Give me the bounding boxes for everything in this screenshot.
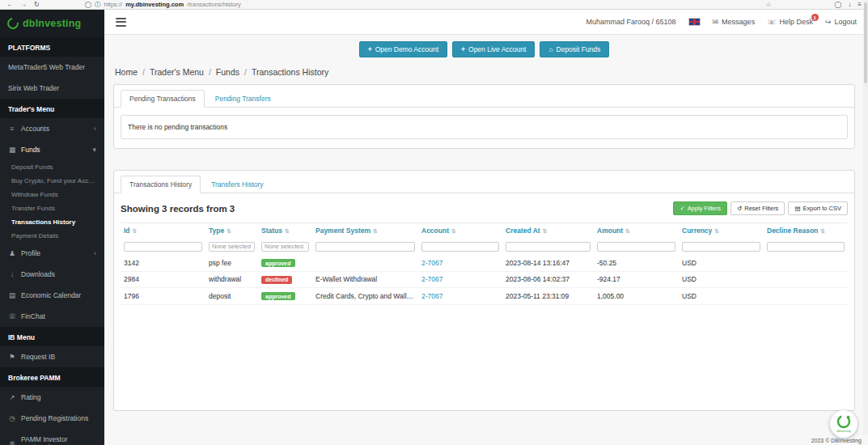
table-row: 3142 psp fee approved 2-7067 2023-08-14 …	[121, 255, 848, 271]
sort-icon: ⇅	[543, 228, 548, 234]
sidebar-item-withdraw-funds[interactable]: Withdraw Funds	[0, 188, 104, 201]
sidebar-item-economic-calendar[interactable]: ▤ Economic Calendar	[0, 285, 104, 306]
account-link[interactable]: 2-7067	[421, 275, 442, 283]
column-header-currency[interactable]: Currency⇅	[679, 223, 764, 239]
column-header-status[interactable]: Status⇅	[258, 223, 312, 239]
sidebar-item-label: Economic Calendar	[21, 291, 81, 299]
sidebar-item-payment-details[interactable]: Payment Details	[0, 229, 104, 243]
column-header-amount[interactable]: Amount⇅	[594, 223, 679, 239]
filter-account-input[interactable]	[421, 242, 499, 252]
helpdesk-button[interactable]: ☏ Help Desk 1	[767, 18, 813, 26]
sidebar-item-transfer-funds[interactable]: Transfer Funds	[0, 201, 104, 215]
deposit-funds-button[interactable]: ⌂ Deposit Funds	[540, 41, 609, 57]
cell-decline-reason	[764, 255, 848, 271]
open-live-account-button[interactable]: + Open Live Account	[452, 41, 535, 57]
apply-filters-button[interactable]: ✓ Apply Filters	[673, 201, 727, 215]
column-header-type[interactable]: Type⇅	[205, 223, 258, 239]
filter-id-input[interactable]	[124, 242, 202, 252]
sidebar-item-downloads[interactable]: ↓ Downloads	[0, 264, 104, 285]
sidebar-item-deposit-funds[interactable]: Deposit Funds	[0, 160, 104, 174]
column-header-payment-system[interactable]: Payment System⇅	[312, 223, 418, 239]
language-flag-icon[interactable]	[688, 18, 701, 26]
breadcrumb-home[interactable]: Home	[115, 67, 138, 77]
sidebar-item-request-ib[interactable]: ⚑ Request IB	[0, 346, 104, 367]
tab-transactions-history[interactable]: Transactions History	[121, 176, 201, 193]
sidebar-item-finchat[interactable]: ☏ FinChat	[0, 306, 104, 327]
export-csv-button[interactable]: ▤ Export to CSV	[788, 201, 848, 215]
site-info-icon[interactable]: ◯	[85, 1, 91, 8]
open-demo-account-button[interactable]: + Open Demo Account	[359, 41, 447, 57]
column-header-id[interactable]: Id⇅	[121, 223, 205, 239]
sidebar-item-label: Accounts	[21, 125, 49, 133]
cell-type: withdrawal	[205, 271, 258, 288]
browser-downloads-icon[interactable]: ↓	[848, 1, 851, 8]
sidebar-item-label: Sirix Web Trader	[8, 84, 59, 92]
sort-icon: ⇅	[133, 228, 138, 234]
helpdesk-badge: 1	[811, 14, 819, 21]
breadcrumb-funds[interactable]: Funds	[216, 67, 239, 77]
apply-filters-label: Apply Filters	[688, 205, 721, 212]
sidebar-item-funds[interactable]: ▦ Funds ▾	[0, 139, 104, 160]
sort-icon: ⇅	[625, 228, 630, 234]
sort-icon: ⇅	[820, 228, 825, 234]
browser-profile-icon[interactable]: ◯	[834, 1, 841, 8]
account-link[interactable]: 2-7067	[421, 259, 442, 267]
breadcrumb-traders-menu[interactable]: Trader's Menu	[150, 67, 204, 77]
sidebar-item-profile[interactable]: ♟ Profile ‹	[0, 243, 104, 264]
reset-filters-button[interactable]: ↺ Reset Filters	[730, 201, 785, 215]
browser-forward-icon[interactable]: →	[20, 1, 27, 8]
sidebar: dbInvesting PLATFORMS MetaTrader5 Web Tr…	[0, 10, 104, 445]
sort-icon: ⇅	[451, 228, 456, 234]
column-header-created-at[interactable]: Created At⇅	[502, 223, 594, 239]
sidebar-item-label: Downloads	[21, 270, 55, 278]
filter-decline-reason-input[interactable]	[767, 242, 845, 252]
address-bar[interactable]: ◯ ⓘ https://my.dbinvesting.com/transacti…	[85, 1, 772, 9]
copyright-text: 2023 © DBInvesting	[811, 438, 862, 443]
sidebar-item-pamm-investor-registration[interactable]: ≣ PAMM Investor Registration	[0, 429, 104, 445]
sidebar-item-pending-registrations[interactable]: ◷ Pending Registrations	[0, 408, 104, 429]
filter-type-select[interactable]	[209, 242, 255, 252]
url-host: my.dbinvesting.com	[125, 1, 184, 8]
browser-menu-icon[interactable]: ≡	[857, 1, 862, 8]
brand[interactable]: dbInvesting	[0, 10, 104, 37]
filter-created-at-input[interactable]	[506, 242, 591, 252]
account-link[interactable]: 2-7067	[421, 292, 442, 300]
reset-icon: ↺	[737, 205, 742, 212]
shield-icon[interactable]: ⓘ	[95, 1, 101, 9]
cell-currency: USD	[679, 288, 764, 305]
sort-icon: ⇅	[373, 228, 378, 234]
transactions-history-card: Transactions History Transfers History S…	[113, 170, 855, 411]
tab-transfers-history[interactable]: Transfers History	[202, 176, 272, 193]
records-summary: Showing 3 records from 3	[121, 204, 235, 214]
column-header-decline-reason[interactable]: Decline Reason⇅	[764, 223, 848, 239]
user-account-label[interactable]: Muhammad Farooq / 65108	[586, 18, 675, 26]
filter-amount-input[interactable]	[597, 242, 675, 252]
transactions-table: Id⇅ Type⇅ Status⇅ Payment System⇅ Accoun…	[121, 222, 848, 305]
sidebar-item-transactions-history[interactable]: Transactions History	[0, 215, 104, 229]
scrollbar-thumb[interactable]	[864, 2, 867, 83]
brand-name: dbInvesting	[23, 18, 81, 29]
sidebar-item-accounts[interactable]: ≡ Accounts ‹	[0, 118, 104, 139]
column-header-account[interactable]: Account⇅	[418, 223, 502, 239]
cell-id: 3142	[121, 255, 205, 271]
page-scrollbar[interactable]	[863, 0, 868, 435]
brand-logo-icon	[5, 15, 20, 31]
bookmark-star-icon[interactable]: ☆	[766, 1, 772, 8]
sidebar-item-buy-crypto[interactable]: Buy Crypto, Fund your Account	[0, 174, 104, 188]
sidebar-item-rating[interactable]: ↗ Rating	[0, 387, 104, 408]
chat-widget-button[interactable]: dbInvesting	[830, 410, 857, 438]
hamburger-menu-button[interactable]	[116, 18, 126, 27]
sidebar-item-metatrader5-web-trader[interactable]: MetaTrader5 Web Trader	[0, 57, 104, 78]
tab-pending-transactions[interactable]: Pending Transactions	[121, 90, 205, 108]
cell-amount: -50.25	[594, 255, 679, 271]
filter-status-select[interactable]	[261, 242, 309, 252]
browser-back-icon[interactable]: ←	[6, 1, 13, 8]
logout-button[interactable]: ↪ Logout	[825, 18, 857, 26]
filter-payment-system-input[interactable]	[315, 242, 415, 252]
browser-refresh-icon[interactable]: ↻	[34, 1, 40, 8]
sidebar-item-sirix-web-trader[interactable]: Sirix Web Trader	[0, 78, 104, 99]
sidebar-item-label: PAMM Investor Registration	[21, 435, 96, 445]
messages-button[interactable]: ✉ Messages	[713, 18, 756, 26]
tab-pending-transfers[interactable]: Pending Transfers	[206, 90, 280, 108]
filter-currency-input[interactable]	[682, 242, 760, 252]
